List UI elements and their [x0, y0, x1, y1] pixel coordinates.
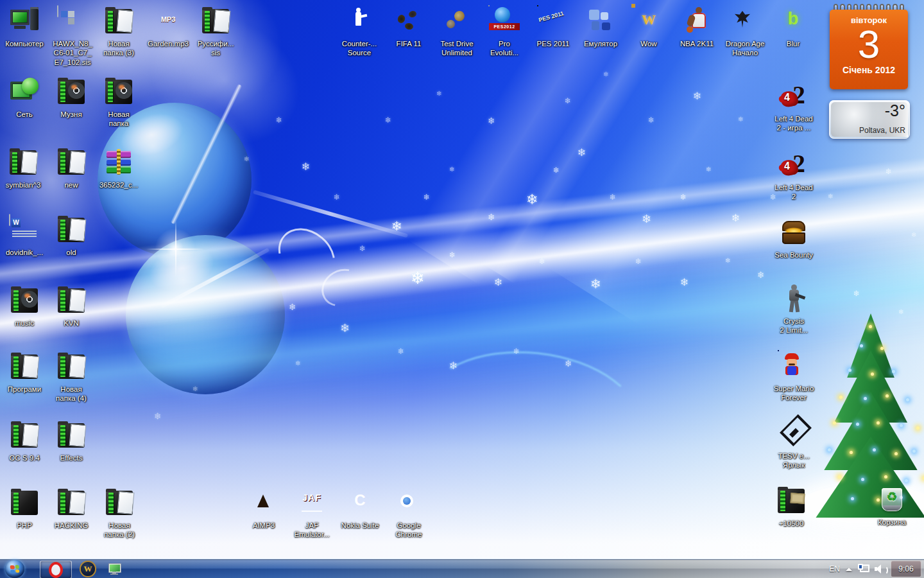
icon-part: PES 2011 [538, 6, 569, 37]
desktop-icon-chrome[interactable]: GoogleChrome [380, 487, 438, 539]
weather-gadget[interactable]: -3° Poltava, UKR [829, 100, 910, 139]
icon-label: NBA 2K11 [680, 39, 714, 48]
icon-part [681, 6, 712, 37]
show-hidden-icons-arrow[interactable] [846, 568, 852, 571]
icon-part: папка (3) [103, 48, 134, 57]
icon-part [247, 487, 280, 519]
icon-part [56, 285, 87, 316]
taskbar-button-opera[interactable] [40, 561, 72, 578]
icon-part [9, 285, 40, 316]
desktop-icon-mario-forever[interactable]: Super MarioForever [765, 350, 823, 403]
wow-icon: W [81, 562, 95, 576]
icon-part: Корзина [878, 518, 906, 527]
desktop-icon-old[interactable]: old [42, 214, 100, 257]
desktop-icon-l4d2-igra[interactable]: 24Left 4 Dead2 - игра ... [765, 80, 823, 133]
icon-part: папка (2) [104, 530, 135, 539]
icon-part [14, 26, 26, 29]
icon-part [680, 5, 714, 37]
icon-part: Музня [60, 110, 81, 119]
icon-part [12, 218, 21, 227]
icon-label: Корзина [878, 518, 906, 527]
network-plug [858, 564, 863, 570]
windows-logo-icon [10, 565, 20, 574]
icon-part [56, 5, 89, 37]
icon-part [778, 217, 809, 248]
desktop-icon-russifi-sis[interactable]: Руссифи...sis [187, 5, 244, 58]
taskbar-button-wow[interactable]: W [78, 561, 98, 577]
icon-part: 4 [784, 92, 790, 103]
icon-label: Компьютер [5, 39, 44, 48]
desktop-icon-plus10500[interactable]: +10500 [762, 485, 820, 528]
calendar-gadget[interactable]: вівторок 3 Січень 2012 [830, 4, 908, 91]
icon-part: W [632, 5, 665, 37]
icon-part: Source [342, 48, 377, 57]
clock[interactable]: 9:06 [891, 561, 921, 577]
icon-part: Crysis [780, 317, 807, 326]
icon-label: OC S 9.4 [9, 453, 39, 462]
icon-part [8, 351, 41, 383]
volume-icon[interactable] [875, 564, 885, 574]
icon-part: JAF [296, 493, 327, 503]
icon-part [108, 82, 113, 102]
desktop-icon-tesv[interactable]: TESV e...Ярлык [765, 417, 823, 470]
desktop-icon-sea-bounty[interactable]: Sea Bounty [765, 216, 823, 259]
desktop-icon-new-folder[interactable]: Новаяпапка [90, 76, 148, 128]
icon-part [57, 6, 88, 37]
icon-part [8, 147, 38, 178]
icon-part [774, 485, 808, 517]
flag-green [15, 565, 19, 569]
weather-temperature: -3° [885, 101, 905, 120]
icon-part: MP3 [153, 15, 184, 23]
desktop-icon-kvn[interactable]: KVN [42, 285, 100, 328]
language-indicator[interactable]: EN [829, 565, 840, 574]
icon-part [8, 285, 41, 317]
icon-part: ♻ [877, 489, 907, 504]
start-button[interactable] [5, 560, 24, 578]
desktop-icon-rar-365232[interactable]: 365232_c... [90, 146, 148, 189]
desktop-icon-crysis2[interactable]: Crysis2 Limit... [765, 283, 823, 335]
icon-part [8, 76, 41, 108]
icon-part [778, 283, 809, 314]
icon-part: Sea Bounty [774, 250, 812, 259]
icon-part [9, 215, 40, 245]
icon-part [12, 231, 37, 232]
icon-part: HAWX_N8_ [53, 39, 92, 48]
icon-part [104, 487, 135, 518]
icon-part [21, 151, 38, 174]
icon-part [495, 7, 510, 22]
icon-part [12, 152, 17, 173]
calendar-body: вівторок 3 Січень 2012 [830, 10, 908, 89]
icon-part: +10500 [779, 519, 804, 528]
icon-part [777, 350, 810, 382]
icon-part: b [778, 9, 809, 29]
desktop-icon-recycle-bin[interactable]: ♻Корзина [863, 484, 921, 527]
icon-part [69, 151, 87, 174]
icon-label: Crysis2 Limit... [780, 317, 807, 335]
icon-part [780, 491, 785, 511]
icon-part [103, 76, 134, 107]
flag-blue [10, 570, 15, 574]
desktop-icon-new-folder-2[interactable]: Новаяпапка (2) [90, 487, 148, 539]
icon-label: symbian^3 [6, 180, 41, 189]
icon-part: Evoluti... [490, 48, 518, 57]
calendar-day: 3 [858, 25, 880, 64]
desktop-icon-l4d2[interactable]: 24Left 4 Dead2 [765, 149, 823, 202]
icon-part [8, 5, 41, 37]
icon-part: 24 [778, 150, 809, 180]
icon-part: symbian^3 [6, 180, 41, 189]
desktop-icon-effects[interactable]: Effects [42, 419, 100, 462]
icon-label: new [64, 180, 78, 189]
network-icon[interactable] [858, 564, 869, 574]
desktop-icon-new-folder-4[interactable]: Новаяпапка (4) [42, 351, 100, 403]
icon-part [69, 355, 87, 378]
icon-part: E7_102.sis [53, 58, 92, 67]
taskbar-button-display[interactable] [105, 561, 124, 577]
opera-icon [49, 562, 63, 578]
icon-part [9, 6, 40, 37]
icon-part: Програми [8, 385, 41, 394]
icon-part: PES2012 [488, 5, 521, 37]
icon-label: Super MarioForever [774, 384, 814, 403]
desktop-icon-blur[interactable]: bBlur [764, 5, 822, 48]
icon-part [55, 285, 88, 317]
icon-part [10, 10, 30, 25]
